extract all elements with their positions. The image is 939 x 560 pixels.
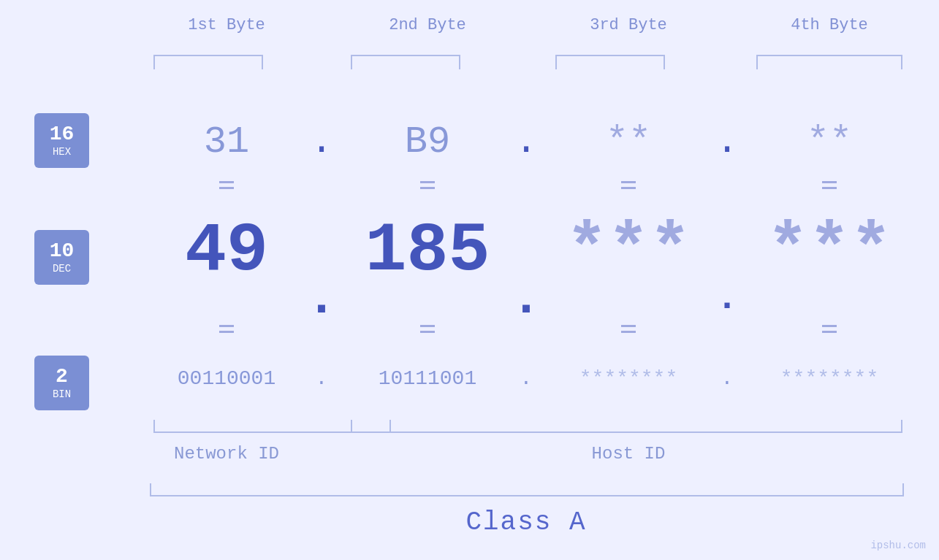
bin-dot3: . [721,367,734,390]
bin-label: BIN [53,388,71,400]
dec-badge: 10 DEC [34,230,89,285]
dec-label: DEC [53,263,71,275]
class-label: Class A [465,507,586,537]
byte1-bracket [153,55,263,69]
bin-number: 2 [56,366,68,388]
watermark: ipshu.com [870,540,926,551]
eq2-byte2 [420,325,435,333]
host-id-bracket [351,420,902,433]
dec-byte4: *** [767,212,892,291]
bin-byte2: 10111001 [379,367,476,390]
byte2-bracket [351,55,460,69]
dec-byte3: *** [566,212,691,291]
class-bracket [150,483,904,496]
dec-dot2: . [511,270,541,328]
hex-dot2: . [514,120,537,164]
byte4-bracket [756,55,902,69]
eq2-byte4 [822,325,837,333]
hex-byte2: B9 [405,120,450,164]
dec-byte1: 49 [185,212,268,291]
bin-dot2: . [520,367,533,390]
eq2-byte1 [219,325,234,333]
byte2-header: 2nd Byte [389,16,466,34]
byte3-header: 3rd Byte [590,16,667,34]
hex-byte3: ** [606,120,651,164]
hex-byte4: ** [807,120,852,164]
hex-dot3: . [715,120,738,164]
bin-byte1: 00110001 [178,367,275,390]
page: 1st Byte 2nd Byte 3rd Byte 4th Byte 16 H… [0,0,939,560]
bin-byte3: ******** [579,367,677,390]
hex-label: HEX [53,146,71,158]
eq2-byte3 [621,325,636,333]
bin-dot1: . [316,367,328,390]
hex-number: 16 [50,123,75,146]
eq1-byte4 [822,181,837,189]
host-id-label: Host ID [592,444,666,464]
hex-dot1: . [310,120,332,164]
hex-badge: 16 HEX [34,113,89,168]
byte3-bracket [555,55,665,69]
byte4-header: 4th Byte [791,16,868,34]
byte1-header: 1st Byte [188,16,265,34]
dec-dot1: . [306,270,337,328]
bin-byte4: ******** [780,367,878,390]
bin-badge: 2 BIN [34,356,89,410]
hex-byte1: 31 [204,120,249,164]
eq1-byte2 [420,181,435,189]
dec-byte2: 185 [365,212,490,291]
dec-number: 10 [50,240,75,263]
eq1-byte3 [621,181,636,189]
eq1-byte1 [219,181,234,189]
network-id-label: Network ID [174,444,279,464]
dec-dot3: . [716,277,738,319]
